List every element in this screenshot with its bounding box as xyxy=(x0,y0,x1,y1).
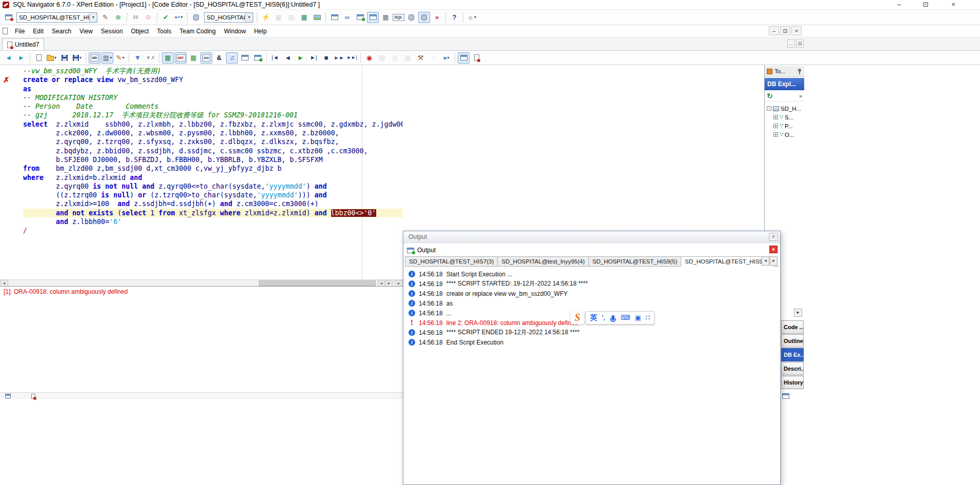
session-combo[interactable]: SD_HOSPITAL@TEST_HIS...▾ xyxy=(16,12,97,23)
compile-debug-icon[interactable]: ⚒ xyxy=(415,52,426,64)
refresh-icon[interactable]: ↻ xyxy=(767,92,773,100)
log-row[interactable]: i14:56:18End Script Execution xyxy=(405,337,779,347)
ime-punctuation-toggle[interactable]: ’, xyxy=(602,314,605,321)
code-line[interactable]: z.qyrq00, z.tzrq00, z.sfyxsq, z.zxks00, … xyxy=(23,137,403,146)
todo-panel-caption[interactable]: To... xyxy=(765,66,804,77)
table-icon[interactable]: ▦ xyxy=(380,12,392,23)
menu-edit[interactable]: Edit xyxy=(29,26,48,36)
code-line[interactable]: create or replace view vw_bm_sszd00_WFY xyxy=(23,75,403,84)
expand-icon[interactable]: + xyxy=(773,124,778,128)
help-icon[interactable]: ? xyxy=(448,12,460,23)
grid-icon[interactable]: ▦ xyxy=(298,12,310,23)
log-row[interactable]: i14:56:18**** SCRIPT STARTED: 19-12月-202… xyxy=(405,279,779,289)
schema-combo[interactable]: SD_HOSPITAL▾ xyxy=(204,12,253,23)
filter-icon[interactable]: ▼ xyxy=(132,52,144,64)
db-navigator-icon[interactable] xyxy=(405,12,417,23)
prior-record-icon[interactable]: ◄ xyxy=(282,52,294,64)
output-session-tab-2[interactable]: SD_HOSPITAL@test_lnyy95(4) xyxy=(497,256,588,267)
open-session-icon[interactable] xyxy=(3,12,14,23)
db-explorer-caption[interactable]: DB Expl... xyxy=(765,78,804,90)
rollback-icon[interactable]: ↩▾ xyxy=(173,12,185,23)
code-editor[interactable]: ✗ --vw_bm_sszd00_WFY 手术字典(无费用)create or … xyxy=(0,65,403,279)
refresh-window-icon[interactable] xyxy=(239,52,251,64)
keyboard-icon[interactable]: ⌨ xyxy=(621,314,630,321)
first-record-icon[interactable]: |◄ xyxy=(269,52,281,64)
panel-footer-icon[interactable] xyxy=(782,393,789,399)
side-tab-outline[interactable]: Outline xyxy=(781,334,804,348)
code-line[interactable]: as xyxy=(23,85,403,93)
code-search-icon[interactable] xyxy=(458,52,469,64)
stop-execute-icon[interactable]: ■ xyxy=(320,52,332,64)
code-line[interactable]: -- gzj 2018.12.17 手术项目关联分院收费等级 for SSMZ9… xyxy=(23,111,403,119)
format-code-icon[interactable]: ✎▾ xyxy=(114,52,126,64)
grid-menu-icon[interactable]: ∷ xyxy=(646,314,650,321)
code-line[interactable]: -- Person Date Comments xyxy=(23,102,403,111)
new-window-icon[interactable] xyxy=(329,12,340,23)
code-line[interactable]: ((z.tzrq00 is null) or (z.tzrq00>to_char… xyxy=(23,191,403,199)
output-toggle-icon[interactable] xyxy=(367,12,379,23)
code-line-current[interactable]: and not exists (select 1 from xt_zlsfgx … xyxy=(23,209,403,217)
editor-mode-icon[interactable]: ab xyxy=(89,52,100,64)
result-grid-icon[interactable]: ▦ xyxy=(188,52,199,64)
syntax-check-icon[interactable]: ab! xyxy=(175,52,187,64)
menu-team-coding[interactable]: Team Coding xyxy=(175,26,220,36)
mdi-restore-button[interactable]: ⊡ xyxy=(780,26,790,35)
settings-icon-dropdown[interactable]: ▾ xyxy=(474,15,476,19)
split-view-icon[interactable]: ▥▾ xyxy=(101,52,113,64)
menu-file[interactable]: File xyxy=(11,26,29,36)
mdi-close-button[interactable]: × xyxy=(791,26,802,35)
toolbox-icon[interactable]: ▣ xyxy=(635,314,641,321)
tab-scroll-right-icon[interactable]: ► xyxy=(770,256,778,266)
menu-object[interactable]: Object xyxy=(127,26,153,36)
last-record-icon[interactable]: ►►| xyxy=(346,52,358,64)
output-session-tab-1[interactable]: SD_HOSPITAL@TEST_HIS7(3) xyxy=(405,256,497,267)
pushpin-icon[interactable] xyxy=(797,68,802,74)
ime-language-toggle[interactable]: 英 xyxy=(590,313,597,322)
menu-tools[interactable]: Tools xyxy=(153,26,175,36)
code-line[interactable]: z.ckz000, z.dw0000, z.wbsm00, z.pysm00, … xyxy=(23,129,403,137)
tree-node-sd_h[interactable]: -SD_H... xyxy=(765,104,804,113)
back-icon[interactable]: ◄ xyxy=(3,52,14,64)
db-explorer-icon[interactable] xyxy=(418,12,430,23)
code-line[interactable]: select z.zlxmid ssbh00, z.zlxmbh, z.lbbz… xyxy=(23,120,403,129)
code-line[interactable]: --vw_bm_sszd00_WFY 手术字典(无费用) xyxy=(23,67,403,75)
log-row[interactable]: i14:56:18**** SCRIPT ENDED 19-12月-2022 1… xyxy=(405,328,779,337)
output-session-tab-3[interactable]: SD_HOSPITAL@TEST_HIS9(5) xyxy=(588,256,681,267)
tab-list-icon[interactable]: ⊡ xyxy=(796,39,804,48)
menu-session[interactable]: Session xyxy=(97,26,127,36)
log-row[interactable]: i14:56:18as xyxy=(405,298,779,308)
expand-panel-icon[interactable]: ► xyxy=(794,309,802,317)
edit-script-icon[interactable]: ✎ xyxy=(99,12,111,23)
tree-node-s[interactable]: +∵S... xyxy=(765,113,804,122)
code-line[interactable]: b.SFJE00 DJ0000, b.SFBZDJ, b.FBBH00, b.Y… xyxy=(23,155,403,164)
side-tab-dbex[interactable]: DB Ex... xyxy=(781,348,804,361)
toolbar-overflow-icon[interactable]: » xyxy=(799,93,802,99)
new-file-icon[interactable] xyxy=(33,52,45,64)
tree-node-p[interactable]: +∵P... xyxy=(765,122,804,130)
output-session-tab-4[interactable]: SD_HOSPITAL@TEST_HIS9(6) xyxy=(681,256,773,267)
close-button[interactable]: × xyxy=(945,0,962,9)
more-chevron-icon-dropdown[interactable]: ▾ xyxy=(447,55,450,60)
server-output-icon[interactable]: ♫ xyxy=(226,52,238,64)
child-window-icon[interactable] xyxy=(3,28,8,34)
side-tab-code[interactable]: Code ... xyxy=(781,320,804,334)
wizard-window-icon[interactable] xyxy=(354,12,366,23)
code-line[interactable]: z.zlxmid>=100 and z.ssdjbh=d.ssdjbh(+) a… xyxy=(23,199,403,208)
run-to-cursor-icon[interactable]: ►► xyxy=(333,52,345,64)
execute-icon[interactable]: ► xyxy=(295,52,307,64)
split-view-icon-dropdown[interactable]: ▾ xyxy=(110,55,112,60)
save-as-icon-dropdown[interactable]: ▾ xyxy=(79,55,81,60)
minimize-button[interactable]: – xyxy=(890,0,908,9)
side-tab-history[interactable]: History xyxy=(781,376,804,389)
mdi-minimize-button[interactable]: – xyxy=(769,26,779,35)
side-tab-descri[interactable]: Descri... xyxy=(781,362,804,375)
sogou-logo-icon[interactable]: S xyxy=(570,311,584,325)
tab-scroll-left-icon[interactable]: ◄ xyxy=(762,256,769,266)
code-line[interactable]: z.qyrq00 is not null and z.qyrq00<=to_ch… xyxy=(23,182,403,191)
more-chevron-icon[interactable]: »▾ xyxy=(440,52,452,64)
settings-icon[interactable]: ☼▾ xyxy=(466,12,478,23)
link-icon[interactable]: ∞ xyxy=(341,12,353,23)
data-grid-icon[interactable]: ▦ xyxy=(162,52,174,64)
forward-icon[interactable]: ► xyxy=(15,52,27,64)
chart-icon[interactable] xyxy=(311,12,323,23)
